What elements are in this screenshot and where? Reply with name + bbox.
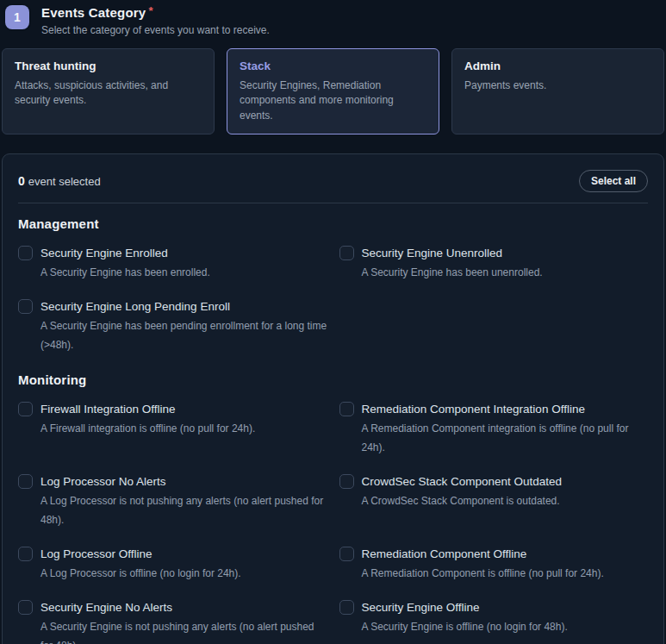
step-titles: Events Category* Select the category of … <box>41 3 270 36</box>
selection-count-label: event selected <box>28 175 101 188</box>
category-description: Security Engines, Remediation components… <box>240 78 426 123</box>
event-checkbox[interactable] <box>18 474 33 489</box>
event-title: Security Engine Enrolled <box>40 246 210 260</box>
page-title-text: Events Category <box>41 5 146 20</box>
selection-count-text: 0event selected <box>18 174 101 188</box>
event-text: Log Processor Offline A Log Processor is… <box>40 547 241 583</box>
event-description: A Security Engine has been enrolled. <box>40 263 210 282</box>
event-description: A Log Processor is not pushing any alert… <box>40 491 327 529</box>
event-item: Remediation Component Offline A Remediat… <box>339 547 649 583</box>
select-all-button[interactable]: Select all <box>579 170 648 192</box>
event-title: Security Engine No Alerts <box>40 600 327 615</box>
event-description: A Remediation Component is offline (no p… <box>362 564 604 583</box>
event-item: Security Engine No Alerts A Security Eng… <box>18 600 327 644</box>
event-text: Remediation Component Integration Offlin… <box>362 402 649 457</box>
event-item: Security Engine Enrolled A Security Engi… <box>18 246 327 282</box>
selection-bar: 0event selected Select all <box>18 166 648 192</box>
event-description: A Log Processor is offline (no login for… <box>40 564 241 583</box>
event-text: Security Engine Unenrolled A Security En… <box>362 246 543 282</box>
event-description: A Security Engine is not pushing any ale… <box>40 617 327 644</box>
category-title: Admin <box>464 59 651 72</box>
category-card[interactable]: Admin Payments events. <box>451 48 664 134</box>
category-description: Payments events. <box>464 78 651 93</box>
section-heading-management: Management <box>18 216 648 231</box>
event-item: Log Processor No Alerts A Log Processor … <box>18 474 327 529</box>
event-description: A CrowdSec Stack Component is outdated. <box>362 491 563 510</box>
event-checkbox[interactable] <box>18 600 33 615</box>
event-item: Firewall Integration Offline A Firewall … <box>18 402 327 457</box>
event-title: Security Engine Long Pending Enroll <box>40 299 327 314</box>
event-item: Log Processor Offline A Log Processor is… <box>18 547 327 583</box>
event-grid: Firewall Integration Offline A Firewall … <box>18 402 648 644</box>
event-item: Remediation Component Integration Offlin… <box>339 402 649 457</box>
event-checkbox[interactable] <box>339 600 354 615</box>
event-item: Security Engine Offline A Security Engin… <box>339 600 649 644</box>
event-description: A Firewall integration is offline (no pu… <box>40 419 255 438</box>
category-card[interactable]: Threat hunting Attacks, suspicious activ… <box>2 48 215 134</box>
event-title: Log Processor Offline <box>40 547 241 561</box>
step-header: 1 Events Category* Select the category o… <box>2 2 664 43</box>
page-title: Events Category* <box>41 4 270 21</box>
event-description: A Security Engine is offline (no login f… <box>362 617 568 636</box>
event-checkbox[interactable] <box>18 246 33 260</box>
events-panel: 0event selected Select all Management Se… <box>2 153 664 644</box>
event-checkbox[interactable] <box>18 299 33 314</box>
page-subtitle: Select the category of events you want t… <box>41 24 270 36</box>
section-heading-monitoring: Monitoring <box>18 372 648 387</box>
events-category-page: 1 Events Category* Select the category o… <box>0 0 666 644</box>
divider <box>18 203 648 203</box>
event-title: Remediation Component Offline <box>362 547 604 561</box>
event-text: Firewall Integration Offline A Firewall … <box>40 402 255 438</box>
event-title: Firewall Integration Offline <box>40 402 255 416</box>
event-checkbox[interactable] <box>18 402 33 416</box>
category-card[interactable]: Stack Security Engines, Remediation comp… <box>227 48 439 134</box>
event-checkbox[interactable] <box>339 402 354 416</box>
event-checkbox[interactable] <box>339 246 354 260</box>
event-description: A Security Engine has been unenrolled. <box>362 263 543 282</box>
event-text: Security Engine No Alerts A Security Eng… <box>40 600 327 644</box>
event-grid: Security Engine Enrolled A Security Engi… <box>18 246 648 354</box>
category-cards: Threat hunting Attacks, suspicious activ… <box>2 48 664 134</box>
event-checkbox[interactable] <box>339 547 354 561</box>
event-item: CrowdSec Stack Component Outdated A Crow… <box>339 474 649 529</box>
event-text: Security Engine Enrolled A Security Engi… <box>40 246 210 282</box>
category-title: Stack <box>240 59 426 72</box>
required-marker: * <box>148 4 152 17</box>
event-text: Security Engine Offline A Security Engin… <box>362 600 568 636</box>
event-title: CrowdSec Stack Component Outdated <box>362 474 563 489</box>
category-title: Threat hunting <box>15 59 202 72</box>
step-number-badge: 1 <box>5 5 29 29</box>
event-text: Remediation Component Offline A Remediat… <box>362 547 604 583</box>
event-description: A Remediation Component integration is o… <box>362 419 649 457</box>
event-text: CrowdSec Stack Component Outdated A Crow… <box>362 474 563 510</box>
selection-count-value: 0 <box>18 174 25 188</box>
event-item: Security Engine Long Pending Enroll A Se… <box>18 299 327 354</box>
event-text: Security Engine Long Pending Enroll A Se… <box>40 299 327 354</box>
event-text: Log Processor No Alerts A Log Processor … <box>40 474 327 529</box>
event-title: Security Engine Offline <box>362 600 568 615</box>
event-item: Security Engine Unenrolled A Security En… <box>339 246 649 282</box>
event-description: A Security Engine has been pending enrol… <box>40 316 327 354</box>
event-checkbox[interactable] <box>339 474 354 489</box>
event-title: Security Engine Unenrolled <box>362 246 543 260</box>
event-title: Log Processor No Alerts <box>40 474 327 489</box>
event-checkbox[interactable] <box>18 547 33 561</box>
category-description: Attacks, suspicious activities, and secu… <box>15 78 202 109</box>
event-title: Remediation Component Integration Offlin… <box>362 402 649 416</box>
